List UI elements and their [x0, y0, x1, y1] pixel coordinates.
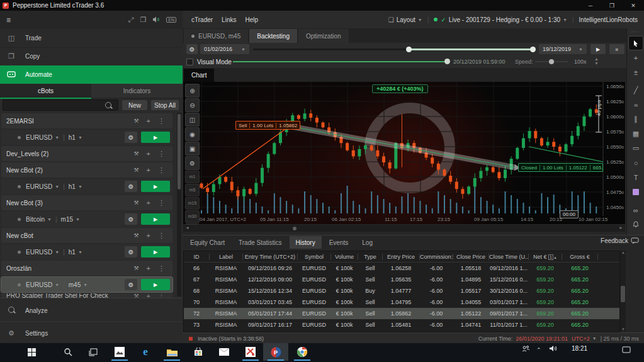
tab-log[interactable]: Log [356, 236, 379, 249]
account-selector[interactable]: Live - 2001729 - Hedging - € 0.00 - 1:30 [449, 16, 560, 23]
alert-bell-icon[interactable] [629, 218, 643, 231]
add-instance-icon[interactable]: + [147, 199, 150, 206]
history-table[interactable]: IDLabelEntry Time (UTC+2)SymbolVolumeTyp… [183, 251, 620, 332]
snapshot-icon[interactable]: ▣ [185, 142, 200, 156]
chart-settings-icon[interactable]: ⚙ [185, 156, 200, 170]
new-cbot-button[interactable]: New [122, 100, 147, 110]
add-instance-icon[interactable]: + [147, 150, 150, 157]
table-row[interactable]: 73RSISMA09/01/2017 16:17EURUSD€ 100kSell… [184, 319, 619, 331]
tab-trade-statistics[interactable]: Trade Statistics [232, 236, 288, 249]
range-slider-handle-left[interactable] [406, 47, 412, 52]
taskbar-clock[interactable]: 18:21 [572, 345, 587, 352]
speed-slider-handle[interactable] [549, 59, 554, 64]
maximize-button[interactable]: ❐ [601, 0, 623, 11]
tab-eurusd-m45[interactable]: EURUSD, m45 [184, 29, 248, 43]
taskbar-trading-app-icon[interactable] [238, 343, 263, 361]
speed-stepper[interactable]: ▲▼ [594, 57, 599, 65]
end-date-select[interactable]: 19/12/2019▼ [539, 44, 587, 54]
taskbar-task-view-icon[interactable] [81, 343, 106, 361]
sidebar-item-trade[interactable]: ◫Trade [0, 29, 183, 48]
color-swatch[interactable] [629, 185, 643, 198]
chart-mode-icon[interactable]: ◉ [185, 127, 200, 141]
instance-symbol[interactable]: EURUSD [26, 183, 52, 190]
instance-play-button[interactable]: ▶ [141, 132, 170, 143]
sell-position-label[interactable]: Sell1.00 Lots1.05862 [235, 121, 300, 130]
ellipse-tool-icon[interactable]: ○ [629, 156, 643, 169]
crosshair-icon[interactable]: + [629, 51, 643, 64]
instance-play-button[interactable]: ▶ [141, 279, 170, 290]
volume-icon[interactable] [549, 345, 557, 353]
instance-timeframe[interactable]: h1 [69, 134, 76, 141]
column-header[interactable]: Commission: [420, 254, 453, 260]
group-icon[interactable]: ⚒ [133, 265, 138, 271]
taskbar-store-icon[interactable] [186, 343, 211, 361]
more-options-icon[interactable]: ⋮ [158, 117, 165, 125]
feedback-button[interactable]: Feedback [601, 237, 639, 244]
column-header[interactable]: Gross € [562, 254, 598, 260]
search-input[interactable] [3, 99, 118, 111]
tab-history[interactable]: History [290, 236, 322, 249]
visual-mode-checkbox[interactable] [186, 59, 193, 65]
chart-type-icon[interactable]: ◫ [185, 113, 200, 127]
stop-backtest-button[interactable]: ■ [609, 44, 624, 54]
backtest-settings-button[interactable]: ⚙ [186, 44, 198, 54]
group-icon[interactable]: ⚒ [133, 118, 138, 124]
more-options-icon[interactable]: ⋮ [158, 166, 165, 174]
instance-play-button[interactable]: ▶ [141, 181, 170, 192]
timeframe-m1-button[interactable]: m1 [185, 171, 200, 183]
date-range-slider[interactable] [253, 48, 534, 50]
instance-symbol[interactable]: Bitcoin [26, 216, 45, 223]
taskbar-ctrader-icon[interactable]: P [263, 343, 288, 361]
objects-icon[interactable]: ∞ [629, 203, 643, 217]
column-header[interactable]: Volume [331, 254, 358, 260]
parallel-channel-icon[interactable]: ∥ [629, 113, 643, 126]
scroll-up-arrow[interactable]: ▲ [621, 251, 625, 254]
add-instance-icon[interactable]: + [147, 166, 150, 174]
cbot-instance-row[interactable]: EURUSD▼|h1▼⚙▶ [1, 244, 172, 259]
timeframe-m5-button[interactable]: m5 [185, 184, 200, 196]
group-icon[interactable]: ⚒ [133, 167, 138, 173]
tab-indicators[interactable]: Indicators [91, 84, 183, 99]
speed-slider[interactable] [535, 61, 568, 62]
chart-horizontal-scrollbar[interactable]: ◄ ► [183, 225, 625, 232]
taskbar-photos-icon[interactable] [107, 343, 132, 361]
menu-ctrader[interactable]: cTrader [191, 16, 213, 23]
show-hidden-icons[interactable]: ⌃ [536, 347, 541, 353]
minimize-button[interactable]: ─ [580, 0, 601, 11]
sound-icon[interactable] [152, 16, 160, 24]
cbot-instance-row[interactable]: EURUSD▼|h1▼⚙▶ [1, 179, 172, 194]
sidebar-item-copy[interactable]: ❐Copy [0, 47, 183, 66]
table-row[interactable]: 67RSISMA12/12/2016 09:00EURUSD€ 100kSell… [184, 274, 619, 285]
more-options-icon[interactable]: ⋮ [158, 199, 165, 207]
start-date-select[interactable]: 01/02/2016▼ [200, 44, 249, 54]
column-header[interactable]: Label [210, 254, 243, 260]
column-header[interactable]: Close Price [453, 254, 489, 260]
tab-events[interactable]: Events [323, 236, 355, 249]
cursor-tool[interactable] [629, 37, 643, 50]
tab-chart[interactable]: Chart [184, 69, 214, 82]
column-header[interactable]: Symbol [298, 254, 331, 260]
more-options-icon[interactable]: ⋮ [158, 232, 165, 240]
instance-timeframe[interactable]: h1 [69, 183, 76, 190]
range-slider-handle-right[interactable] [530, 47, 536, 52]
sidebar-item-automate[interactable]: Automate [0, 65, 183, 84]
action-center-icon[interactable] [622, 346, 631, 355]
instance-timeframe[interactable]: m15 [61, 216, 73, 223]
taskbar-chrome-icon[interactable] [290, 343, 315, 361]
more-options-icon[interactable]: ⋮ [158, 150, 165, 158]
instance-settings-button[interactable]: ⚙ [125, 246, 137, 257]
cbot-row[interactable]: Dev_Levels (2)⚒+⋮ [1, 146, 172, 161]
language-icon[interactable]: EN [166, 17, 176, 23]
tab-backtesting[interactable]: Backtesting [249, 29, 297, 43]
table-row[interactable]: 66RSISMA09/12/2016 09:26EURUSD€ 100kSell… [184, 263, 619, 274]
progress-handle[interactable] [444, 59, 450, 64]
add-instance-icon[interactable]: + [147, 117, 150, 125]
column-header[interactable]: Entry Price [383, 254, 420, 260]
zoom-out-icon[interactable]: ⊖ [185, 98, 200, 112]
instance-play-button[interactable]: ▶ [141, 246, 170, 257]
cbot-list-scrollbar[interactable] [177, 113, 181, 297]
scroll-left-arrow[interactable]: ◄ [185, 225, 189, 230]
crosshair-box-icon[interactable]: ± [629, 65, 643, 79]
instance-settings-button[interactable]: ⚙ [125, 181, 137, 192]
more-timeframes-button[interactable]: ••• [185, 223, 200, 224]
